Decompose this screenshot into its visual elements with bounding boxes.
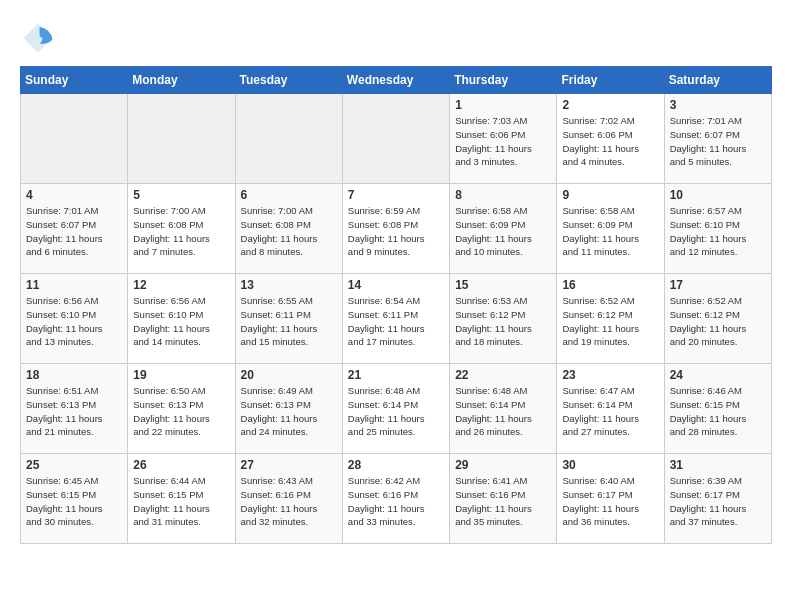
calendar-day: 13Sunrise: 6:55 AM Sunset: 6:11 PM Dayli… — [235, 274, 342, 364]
calendar-day: 11Sunrise: 6:56 AM Sunset: 6:10 PM Dayli… — [21, 274, 128, 364]
day-info: Sunrise: 6:58 AM Sunset: 6:09 PM Dayligh… — [455, 204, 551, 259]
calendar-header: SundayMondayTuesdayWednesdayThursdayFrid… — [21, 67, 772, 94]
day-number: 12 — [133, 278, 229, 292]
calendar-day — [128, 94, 235, 184]
calendar-week-5: 25Sunrise: 6:45 AM Sunset: 6:15 PM Dayli… — [21, 454, 772, 544]
calendar-day — [342, 94, 449, 184]
day-number: 29 — [455, 458, 551, 472]
calendar-day — [21, 94, 128, 184]
day-number: 17 — [670, 278, 766, 292]
weekday-header-wednesday: Wednesday — [342, 67, 449, 94]
weekday-header-friday: Friday — [557, 67, 664, 94]
calendar-day: 27Sunrise: 6:43 AM Sunset: 6:16 PM Dayli… — [235, 454, 342, 544]
day-number: 3 — [670, 98, 766, 112]
day-number: 30 — [562, 458, 658, 472]
day-info: Sunrise: 6:39 AM Sunset: 6:17 PM Dayligh… — [670, 474, 766, 529]
day-info: Sunrise: 6:55 AM Sunset: 6:11 PM Dayligh… — [241, 294, 337, 349]
day-info: Sunrise: 6:59 AM Sunset: 6:08 PM Dayligh… — [348, 204, 444, 259]
calendar-day: 5Sunrise: 7:00 AM Sunset: 6:08 PM Daylig… — [128, 184, 235, 274]
day-info: Sunrise: 6:58 AM Sunset: 6:09 PM Dayligh… — [562, 204, 658, 259]
calendar-day: 7Sunrise: 6:59 AM Sunset: 6:08 PM Daylig… — [342, 184, 449, 274]
calendar-day: 20Sunrise: 6:49 AM Sunset: 6:13 PM Dayli… — [235, 364, 342, 454]
weekday-header-monday: Monday — [128, 67, 235, 94]
calendar-day: 15Sunrise: 6:53 AM Sunset: 6:12 PM Dayli… — [450, 274, 557, 364]
day-number: 13 — [241, 278, 337, 292]
day-number: 16 — [562, 278, 658, 292]
calendar-week-2: 4Sunrise: 7:01 AM Sunset: 6:07 PM Daylig… — [21, 184, 772, 274]
day-number: 7 — [348, 188, 444, 202]
day-info: Sunrise: 6:50 AM Sunset: 6:13 PM Dayligh… — [133, 384, 229, 439]
calendar-day: 29Sunrise: 6:41 AM Sunset: 6:16 PM Dayli… — [450, 454, 557, 544]
day-info: Sunrise: 6:44 AM Sunset: 6:15 PM Dayligh… — [133, 474, 229, 529]
day-info: Sunrise: 6:41 AM Sunset: 6:16 PM Dayligh… — [455, 474, 551, 529]
calendar-day: 1Sunrise: 7:03 AM Sunset: 6:06 PM Daylig… — [450, 94, 557, 184]
day-number: 15 — [455, 278, 551, 292]
day-info: Sunrise: 6:57 AM Sunset: 6:10 PM Dayligh… — [670, 204, 766, 259]
day-info: Sunrise: 7:03 AM Sunset: 6:06 PM Dayligh… — [455, 114, 551, 169]
day-number: 31 — [670, 458, 766, 472]
logo — [20, 20, 60, 56]
day-number: 8 — [455, 188, 551, 202]
day-number: 22 — [455, 368, 551, 382]
day-number: 19 — [133, 368, 229, 382]
day-number: 18 — [26, 368, 122, 382]
calendar-day: 4Sunrise: 7:01 AM Sunset: 6:07 PM Daylig… — [21, 184, 128, 274]
day-info: Sunrise: 6:46 AM Sunset: 6:15 PM Dayligh… — [670, 384, 766, 439]
weekday-header-row: SundayMondayTuesdayWednesdayThursdayFrid… — [21, 67, 772, 94]
calendar-week-3: 11Sunrise: 6:56 AM Sunset: 6:10 PM Dayli… — [21, 274, 772, 364]
day-info: Sunrise: 6:48 AM Sunset: 6:14 PM Dayligh… — [455, 384, 551, 439]
weekday-header-thursday: Thursday — [450, 67, 557, 94]
day-info: Sunrise: 6:47 AM Sunset: 6:14 PM Dayligh… — [562, 384, 658, 439]
calendar-table: SundayMondayTuesdayWednesdayThursdayFrid… — [20, 66, 772, 544]
calendar-day: 30Sunrise: 6:40 AM Sunset: 6:17 PM Dayli… — [557, 454, 664, 544]
day-info: Sunrise: 7:02 AM Sunset: 6:06 PM Dayligh… — [562, 114, 658, 169]
day-info: Sunrise: 6:52 AM Sunset: 6:12 PM Dayligh… — [670, 294, 766, 349]
day-number: 20 — [241, 368, 337, 382]
day-number: 26 — [133, 458, 229, 472]
day-info: Sunrise: 6:51 AM Sunset: 6:13 PM Dayligh… — [26, 384, 122, 439]
calendar-week-1: 1Sunrise: 7:03 AM Sunset: 6:06 PM Daylig… — [21, 94, 772, 184]
calendar-day — [235, 94, 342, 184]
day-info: Sunrise: 6:45 AM Sunset: 6:15 PM Dayligh… — [26, 474, 122, 529]
day-number: 21 — [348, 368, 444, 382]
calendar-body: 1Sunrise: 7:03 AM Sunset: 6:06 PM Daylig… — [21, 94, 772, 544]
calendar-day: 8Sunrise: 6:58 AM Sunset: 6:09 PM Daylig… — [450, 184, 557, 274]
day-number: 25 — [26, 458, 122, 472]
day-info: Sunrise: 6:56 AM Sunset: 6:10 PM Dayligh… — [133, 294, 229, 349]
day-number: 28 — [348, 458, 444, 472]
generalblue-logo-icon — [20, 20, 56, 56]
weekday-header-saturday: Saturday — [664, 67, 771, 94]
calendar-day: 19Sunrise: 6:50 AM Sunset: 6:13 PM Dayli… — [128, 364, 235, 454]
day-number: 14 — [348, 278, 444, 292]
calendar-day: 6Sunrise: 7:00 AM Sunset: 6:08 PM Daylig… — [235, 184, 342, 274]
day-info: Sunrise: 6:40 AM Sunset: 6:17 PM Dayligh… — [562, 474, 658, 529]
calendar-day: 17Sunrise: 6:52 AM Sunset: 6:12 PM Dayli… — [664, 274, 771, 364]
day-info: Sunrise: 6:52 AM Sunset: 6:12 PM Dayligh… — [562, 294, 658, 349]
calendar-day: 2Sunrise: 7:02 AM Sunset: 6:06 PM Daylig… — [557, 94, 664, 184]
calendar-day: 18Sunrise: 6:51 AM Sunset: 6:13 PM Dayli… — [21, 364, 128, 454]
day-number: 27 — [241, 458, 337, 472]
day-info: Sunrise: 7:00 AM Sunset: 6:08 PM Dayligh… — [133, 204, 229, 259]
day-number: 23 — [562, 368, 658, 382]
day-info: Sunrise: 6:48 AM Sunset: 6:14 PM Dayligh… — [348, 384, 444, 439]
calendar-day: 12Sunrise: 6:56 AM Sunset: 6:10 PM Dayli… — [128, 274, 235, 364]
calendar-day: 31Sunrise: 6:39 AM Sunset: 6:17 PM Dayli… — [664, 454, 771, 544]
calendar-day: 3Sunrise: 7:01 AM Sunset: 6:07 PM Daylig… — [664, 94, 771, 184]
calendar-day: 28Sunrise: 6:42 AM Sunset: 6:16 PM Dayli… — [342, 454, 449, 544]
day-number: 1 — [455, 98, 551, 112]
calendar-day: 23Sunrise: 6:47 AM Sunset: 6:14 PM Dayli… — [557, 364, 664, 454]
day-number: 9 — [562, 188, 658, 202]
day-info: Sunrise: 7:01 AM Sunset: 6:07 PM Dayligh… — [670, 114, 766, 169]
day-info: Sunrise: 6:42 AM Sunset: 6:16 PM Dayligh… — [348, 474, 444, 529]
calendar-day: 21Sunrise: 6:48 AM Sunset: 6:14 PM Dayli… — [342, 364, 449, 454]
day-info: Sunrise: 7:01 AM Sunset: 6:07 PM Dayligh… — [26, 204, 122, 259]
calendar-week-4: 18Sunrise: 6:51 AM Sunset: 6:13 PM Dayli… — [21, 364, 772, 454]
day-number: 2 — [562, 98, 658, 112]
day-number: 24 — [670, 368, 766, 382]
calendar-day: 24Sunrise: 6:46 AM Sunset: 6:15 PM Dayli… — [664, 364, 771, 454]
day-info: Sunrise: 6:56 AM Sunset: 6:10 PM Dayligh… — [26, 294, 122, 349]
day-info: Sunrise: 6:43 AM Sunset: 6:16 PM Dayligh… — [241, 474, 337, 529]
calendar-day: 26Sunrise: 6:44 AM Sunset: 6:15 PM Dayli… — [128, 454, 235, 544]
page-header — [20, 20, 772, 56]
day-info: Sunrise: 7:00 AM Sunset: 6:08 PM Dayligh… — [241, 204, 337, 259]
